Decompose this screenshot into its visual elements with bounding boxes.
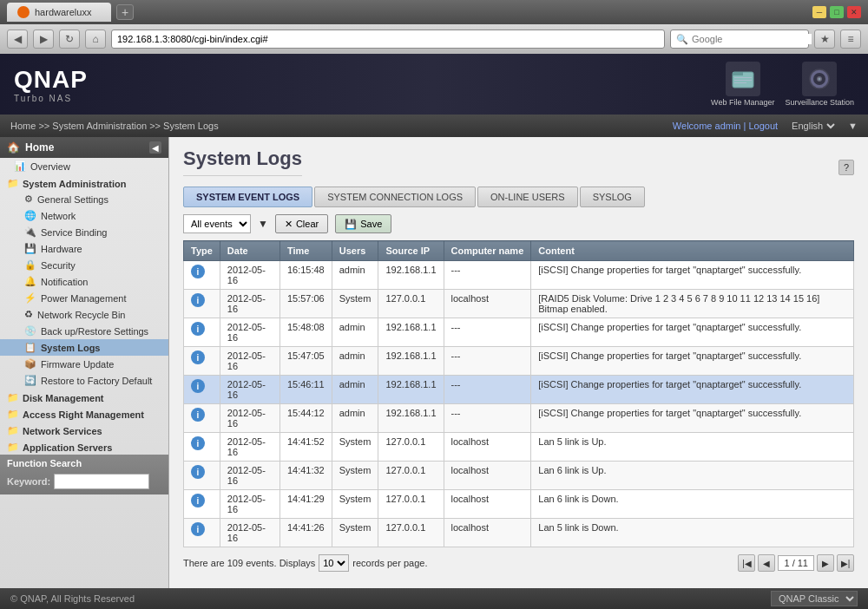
- col-date: Date: [220, 241, 279, 261]
- netservices-label: Network Services: [23, 426, 102, 436]
- notification-icon: 🔔: [24, 276, 36, 287]
- tab-system-connection-logs[interactable]: SYSTEM CONNECTION LOGS: [314, 187, 476, 207]
- info-icon: i: [191, 293, 205, 307]
- sidebar-group-disk[interactable]: 📁 Disk Management: [0, 389, 168, 405]
- disk-label: Disk Management: [23, 393, 104, 403]
- clear-icon: ✕: [285, 219, 293, 230]
- first-page-button[interactable]: |◀: [738, 554, 755, 572]
- sidebar-collapse-button[interactable]: ◀: [149, 141, 161, 154]
- copyright-text: © QNAP, All Rights Reserved: [10, 593, 135, 604]
- restore-label: Restore to Factory Default: [41, 376, 152, 386]
- sidebar-item-restore[interactable]: 🔄 Restore to Factory Default: [0, 372, 168, 389]
- address-bar[interactable]: [111, 29, 665, 49]
- web-file-manager-icon: [726, 62, 760, 96]
- close-button[interactable]: ✕: [847, 6, 861, 18]
- sidebar-item-recycle[interactable]: ♻ Network Recycle Bin: [0, 306, 168, 323]
- clear-label: Clear: [296, 219, 319, 229]
- sidebar-item-general[interactable]: ⚙ General Settings: [0, 191, 168, 207]
- surveillance-station-app[interactable]: Surveillance Station: [785, 62, 854, 107]
- cell-date: 2012-05-16: [220, 462, 279, 490]
- svg-rect-2: [734, 77, 752, 78]
- sidebar-group-access[interactable]: 📁 Access Right Management: [0, 405, 168, 422]
- search-bar[interactable]: 🔍: [670, 29, 809, 49]
- sidebar-item-notification[interactable]: 🔔 Notification: [0, 273, 168, 290]
- info-icon: i: [191, 379, 205, 393]
- browser-titlebar: hardwareluxx + ─ □ ✕: [0, 0, 868, 24]
- cell-computer: localhost: [444, 519, 531, 547]
- sidebar-item-backup[interactable]: 💿 Back up/Restore Settings: [0, 323, 168, 339]
- prev-page-button[interactable]: ◀: [758, 554, 775, 572]
- main-layout: 🏠 Home ◀ 📊 Overview 📁 System Administrat…: [0, 137, 868, 588]
- sidebar-item-security[interactable]: 🔒 Security: [0, 257, 168, 273]
- home-nav-button[interactable]: ⌂: [85, 29, 106, 49]
- page-title: System Logs: [183, 147, 302, 176]
- security-label: Security: [41, 260, 76, 271]
- cell-date: 2012-05-16: [220, 519, 279, 547]
- cell-computer: ---: [444, 376, 531, 404]
- help-icon[interactable]: ?: [838, 160, 854, 175]
- last-page-button[interactable]: ▶|: [837, 554, 854, 572]
- log-table: Type Date Time Users Source IP Computer …: [183, 240, 854, 547]
- total-pages: 11: [798, 558, 808, 568]
- table-row: i2012-05-1614:41:29System127.0.0.1localh…: [184, 490, 854, 519]
- sidebar-item-firmware[interactable]: 📦 Firmware Update: [0, 356, 168, 372]
- keyword-input[interactable]: [54, 474, 149, 489]
- disk-folder-icon: 📁: [7, 392, 19, 403]
- cell-content: Lan 6 link is Up.: [531, 462, 854, 490]
- clear-button[interactable]: ✕ Clear: [275, 214, 328, 233]
- cell-computer: localhost: [444, 290, 531, 318]
- sidebar-item-hardware[interactable]: 💾 Hardware: [0, 240, 168, 257]
- sidebar-group-appservers[interactable]: 📁 Application Servers: [0, 438, 168, 455]
- language-select[interactable]: English: [788, 120, 838, 132]
- minimize-button[interactable]: ─: [812, 6, 826, 18]
- col-type: Type: [184, 241, 220, 261]
- svg-point-8: [819, 78, 821, 81]
- col-time: Time: [279, 241, 332, 261]
- next-page-button[interactable]: ▶: [817, 554, 834, 572]
- tab-online-users[interactable]: ON-LINE USERS: [477, 187, 578, 207]
- cell-computer: ---: [444, 318, 531, 347]
- sidebar-item-network[interactable]: 🌐 Network: [0, 207, 168, 224]
- maximize-button[interactable]: □: [830, 6, 844, 18]
- bookmark-button[interactable]: ★: [814, 29, 835, 49]
- svg-rect-4: [734, 82, 746, 83]
- tab-syslog[interactable]: SYSLOG: [580, 187, 645, 207]
- event-filter-select[interactable]: All events: [183, 214, 251, 233]
- folder-icon: 📁: [7, 178, 19, 189]
- appservers-folder-icon: 📁: [7, 442, 19, 453]
- theme-select[interactable]: QNAP Classic: [771, 591, 858, 606]
- forward-button[interactable]: ▶: [33, 29, 54, 49]
- reload-button[interactable]: ↻: [59, 29, 80, 49]
- cell-type: i: [184, 490, 220, 519]
- cell-time: 14:41:52: [279, 433, 332, 462]
- sidebar-group-sysadmin[interactable]: 📁 System Administration: [0, 174, 168, 191]
- sidebar-item-power[interactable]: ⚡ Power Management: [0, 290, 168, 306]
- tab-system-event-logs[interactable]: SYSTEM EVENT LOGS: [183, 187, 312, 207]
- table-row: i2012-05-1615:44:12admin192.168.1.1---[i…: [184, 404, 854, 433]
- gear-icon: ⚙: [24, 193, 33, 205]
- sidebar-item-overview[interactable]: 📊 Overview: [0, 158, 168, 174]
- info-icon: i: [191, 322, 205, 336]
- cell-computer: ---: [444, 404, 531, 433]
- cell-time: 14:41:32: [279, 462, 332, 490]
- pagination: There are 109 events. Displays 10 25 50 …: [183, 554, 854, 572]
- cell-users: System: [332, 519, 378, 547]
- web-file-manager-app[interactable]: Web File Manager: [711, 62, 774, 107]
- footer: © QNAP, All Rights Reserved QNAP Classic: [0, 588, 868, 609]
- sidebar-item-system-logs[interactable]: 📋 System Logs: [0, 339, 168, 356]
- table-row: i2012-05-1614:41:26System127.0.0.1localh…: [184, 519, 854, 547]
- search-input[interactable]: [692, 34, 812, 44]
- cell-users: System: [332, 490, 378, 519]
- menu-button[interactable]: ≡: [840, 29, 861, 49]
- address-input[interactable]: [117, 34, 659, 44]
- back-button[interactable]: ◀: [7, 29, 28, 49]
- new-tab-button[interactable]: +: [116, 4, 134, 20]
- sidebar-home-label: Home: [25, 141, 54, 154]
- records-per-page-select[interactable]: 10 25 50: [319, 554, 349, 572]
- sidebar-item-service-binding[interactable]: 🔌 Service Binding: [0, 224, 168, 240]
- tabs-container: SYSTEM EVENT LOGS SYSTEM CONNECTION LOGS…: [183, 187, 854, 207]
- sidebar-group-netservices[interactable]: 📁 Network Services: [0, 422, 168, 438]
- browser-tab[interactable]: hardwareluxx: [7, 3, 111, 22]
- save-button[interactable]: 💾 Save: [335, 214, 391, 233]
- welcome-text[interactable]: Welcome admin | Logout: [673, 121, 778, 131]
